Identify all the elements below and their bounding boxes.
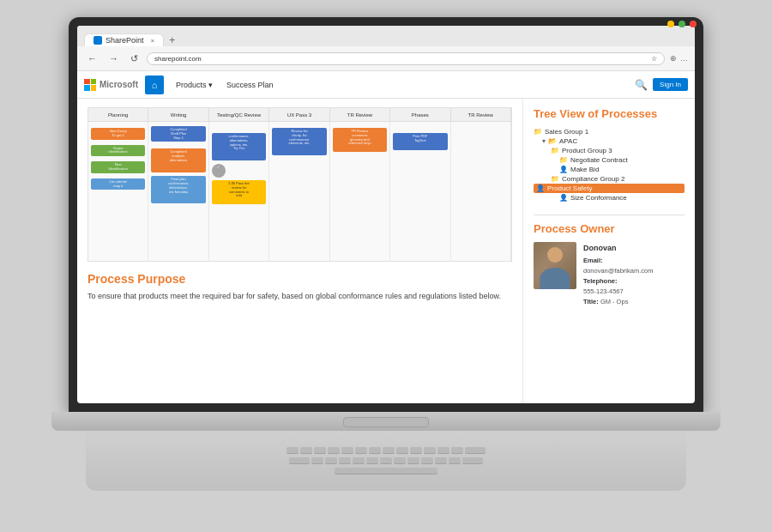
browser-tabs: SharePoint × + — [77, 26, 695, 46]
ms-square-blue — [84, 85, 90, 91]
ms-square-green — [91, 79, 97, 85]
browser-window: SharePoint × + ← → ↺ sharepoint.com — [77, 26, 695, 403]
refresh-button[interactable]: ↺ — [127, 51, 142, 66]
touchpad[interactable] — [343, 417, 429, 427]
section-divider — [534, 215, 685, 215]
url-text: sharepoint.com — [154, 55, 202, 63]
tree-item-label-neg: Negotiate Contract — [570, 156, 628, 164]
tab-favicon — [93, 36, 102, 45]
key — [383, 447, 395, 454]
success-plan-link[interactable]: Success Plan — [220, 81, 280, 89]
tree-item-size-conformance[interactable]: 👤 Size Conformance — [534, 193, 685, 203]
search-button[interactable]: 🔍 — [635, 79, 648, 91]
tree-item-product-group[interactable]: 📁 Product Group 3 — [534, 146, 685, 155]
address-bar: ← → ↺ sharepoint.com ☆ ⊕ … — [77, 46, 695, 70]
minimize-button[interactable] — [667, 26, 674, 27]
tree-item-label-safety: Product Safety — [547, 184, 592, 192]
right-panel: Tree View of Processes 📁 Sales Group 1 ▾… — [523, 99, 695, 403]
ms-squares-icon — [84, 79, 96, 91]
close-button[interactable] — [690, 26, 695, 27]
tree-item-make-bid[interactable]: 👤 Make Bid — [534, 165, 685, 174]
title-value: GM - Ops — [600, 298, 629, 305]
tree-item-label: Sales Group 1 — [545, 128, 588, 136]
owner-title-row: Title: GM - Ops — [583, 297, 653, 307]
browser-right-controls: ⊕ … — [670, 54, 688, 63]
owner-phone-value: 555-123-4567 — [583, 287, 653, 297]
folder-icon-apac: 📂 — [548, 137, 557, 145]
new-tab-button[interactable]: + — [164, 34, 180, 46]
laptop-computer: SharePoint × + ← → ↺ sharepoint.com — [34, 17, 738, 515]
window-controls — [667, 26, 695, 27]
left-panel: Planning Writing Testing/QC Review UX Pa… — [77, 99, 523, 403]
key — [325, 457, 337, 464]
process-purpose-title: Process Purpose — [87, 272, 512, 286]
owner-details: Donovan Email: donovan@fabrikam.com Tele… — [583, 242, 653, 307]
photo-body — [540, 268, 570, 289]
products-label: Products ▾ — [176, 81, 213, 89]
folder-icon-neg: 📁 — [559, 156, 568, 164]
key — [311, 457, 323, 464]
process-purpose-section: Process Purpose To ensure that products … — [87, 272, 512, 303]
owner-card: Donovan Email: donovan@fabrikam.com Tele… — [534, 242, 685, 307]
key — [369, 447, 381, 454]
flow-box-10: Review listclarity, listconformance,elem… — [272, 128, 326, 155]
tree-item-apac[interactable]: ▾ 📂 APAC — [534, 136, 685, 146]
spacebar — [335, 468, 437, 475]
star-icon: ☆ — [651, 55, 657, 63]
forward-button[interactable]: → — [106, 51, 122, 65]
key — [380, 457, 392, 464]
tab-label: SharePoint — [106, 36, 144, 45]
key — [286, 447, 299, 454]
key — [300, 447, 312, 454]
browser-tab[interactable]: SharePoint × — [84, 33, 164, 46]
owner-email-value[interactable]: donovan@fabrikam.com — [583, 266, 653, 276]
search-icon: 🔍 — [635, 79, 648, 91]
browser-chrome: SharePoint × + ← → ↺ sharepoint.com — [77, 26, 695, 71]
diagram-body: Idea GroupTo get 1 Scopeidentification N… — [88, 122, 511, 261]
maximize-button[interactable] — [679, 26, 685, 27]
flow-box-7: Final planconformance,alternatives,etc f… — [151, 176, 205, 203]
main-content: Planning Writing Testing/QC Review UX Pa… — [77, 99, 695, 403]
col-phases: Phases — [390, 108, 450, 121]
flow-box-3: NewIdentification — [91, 161, 145, 173]
col-testing: Testing/QC Review — [209, 108, 269, 121]
sharepoint-navbar: Microsoft ⌂ Products ▾ Success Plan 🔍 Si… — [77, 71, 695, 99]
person-icon-bid: 👤 — [559, 166, 568, 173]
key — [355, 447, 367, 454]
flow-box-5: CompletedDraft PlanStep 1 — [151, 126, 205, 142]
key — [465, 447, 486, 454]
tree-item-compliance[interactable]: 📁 Compliance Group 2 — [534, 174, 685, 184]
home-button[interactable]: ⌂ — [145, 76, 164, 94]
flow-box-8: conformance,alternatives,options, etc.Tr… — [212, 133, 266, 160]
settings-icon[interactable]: ⊕ — [670, 54, 677, 63]
tree-view: 📁 Sales Group 1 ▾ 📂 APAC 📁 Product Grou — [534, 127, 685, 203]
person-icon-size: 👤 — [559, 194, 568, 202]
key — [449, 457, 461, 464]
tab-close-button[interactable]: × — [151, 37, 155, 45]
diagram-col-1: Idea GroupTo get 1 Scopeidentification N… — [88, 122, 148, 261]
products-menu[interactable]: Products ▾ — [169, 81, 220, 89]
back-button[interactable]: ← — [84, 51, 100, 65]
key — [314, 447, 326, 454]
tree-item-product-safety[interactable]: 👤 Product Safety — [534, 184, 685, 193]
owner-email-label: Email: — [583, 256, 653, 266]
key-row-3 — [335, 468, 437, 475]
key — [424, 447, 436, 454]
flow-box-1: Idea GroupTo get 1 — [91, 128, 145, 140]
diagram-col-2: CompletedDraft PlanStep 1 Completedanaly… — [148, 122, 208, 261]
email-label: Email: — [583, 257, 603, 264]
key — [289, 457, 310, 464]
folder-icon: 📁 — [534, 128, 542, 136]
folder-icon-pg: 📁 — [551, 147, 559, 154]
diagram-col-6: Print PDFTagText — [390, 122, 450, 261]
diagram-col-4: Review listclarity, listconformance,elem… — [269, 122, 329, 261]
process-owner-title: Process Owner — [534, 222, 685, 235]
menu-icon[interactable]: … — [680, 54, 688, 63]
tree-item-sales-group[interactable]: 📁 Sales Group 1 — [534, 127, 685, 136]
col-tr: TR Review — [330, 108, 390, 121]
tree-item-negotiate[interactable]: 📁 Negotiate Contract — [534, 155, 685, 165]
signin-button[interactable]: Sign In — [653, 78, 688, 91]
home-icon: ⌂ — [152, 80, 158, 90]
diagram-col-5: TR Reviewcommentsglossary andreference k… — [330, 122, 390, 261]
url-input[interactable]: sharepoint.com ☆ — [147, 52, 665, 65]
